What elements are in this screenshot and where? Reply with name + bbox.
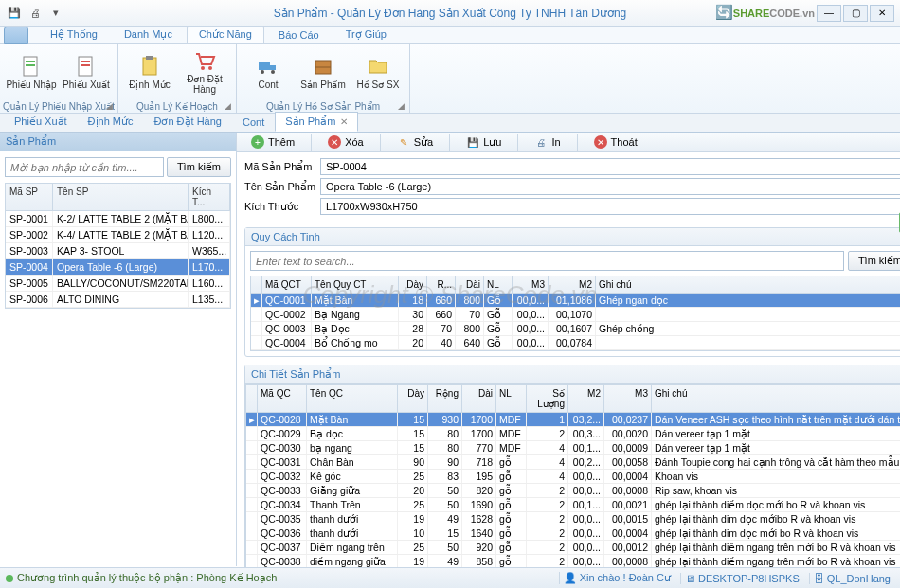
col-header[interactable]: Dày	[398, 385, 428, 412]
col-header[interactable]: Dài	[462, 385, 496, 412]
dialog-launcher-icon[interactable]: ◢	[398, 101, 407, 111]
col-header[interactable]: Số Lượng	[527, 385, 568, 412]
product-row[interactable]: SP-0006ALTO DININGL135...	[6, 292, 230, 308]
col-header[interactable]: Ghi chú	[596, 276, 900, 293]
chi-tiet-row[interactable]: QC-0029Bạ dọc15801700MDF200,3...00,0020D…	[246, 427, 900, 441]
doctab-Đơn Đặt Hàng[interactable]: Đơn Đặt Hàng	[144, 112, 232, 132]
col-header[interactable]: Mã QCT	[262, 276, 312, 293]
chi-tiet-row[interactable]: QC-0031Chân Bàn9090718gỗ400,2...00,0058Đ…	[246, 455, 900, 470]
quy-cach-search-button[interactable]: Tìm kiếm	[848, 251, 900, 271]
col-header[interactable]: M2	[568, 385, 604, 412]
quy-cach-row[interactable]: ▸QC-0001Mặt Bàn18660800Gỗ00,0...01,1086G…	[251, 294, 900, 308]
menutab-Danh Mục[interactable]: Danh Mục	[112, 26, 185, 43]
chi-tiet-row[interactable]: QC-0033Giằng giữa2050820gỗ200,0...00,000…	[246, 484, 900, 498]
window-controls: — ▢ ✕	[817, 5, 894, 22]
col-header[interactable]: Tên QC	[307, 385, 398, 412]
maximize-button[interactable]: ▢	[843, 5, 868, 22]
quy-cach-row[interactable]: QC-0002Bạ Ngang3066070Gỗ00,0...00,1070	[251, 308, 900, 322]
quy-cach-row[interactable]: QC-0003Bạ Dọc2870800Gỗ00,0...00,1607Ghép…	[251, 322, 900, 336]
col-header[interactable]: M3	[604, 385, 652, 412]
input-ten-sp[interactable]	[320, 178, 900, 195]
menutab-Hệ Thống[interactable]: Hệ Thống	[38, 26, 110, 43]
col-header[interactable]: Tên Quy CT	[312, 276, 399, 293]
menutab-Báo Cáo[interactable]: Báo Cáo	[266, 27, 332, 43]
detail-toolbar: +Thêm ✕Xóa ✎Sửa 💾Lưu 🖨In ✕Thoát	[237, 133, 900, 152]
col-header[interactable]: NL	[496, 385, 527, 412]
left-search-input[interactable]	[5, 157, 164, 177]
doctab-Sản Phẩm[interactable]: Sản Phẩm✕	[275, 112, 358, 132]
exit-button[interactable]: ✕Thoát	[585, 133, 646, 151]
dialog-launcher-icon[interactable]: ◢	[106, 101, 116, 111]
chi-tiet-grid[interactable]: Mã QCTên QCDàyRộngDàiNLSố LượngM2M3Ghi c…	[245, 384, 900, 588]
doctab-Cont[interactable]: Cont	[232, 113, 275, 132]
ribbon-btn-Phiếu Xuất[interactable]: Phiếu Xuất	[59, 45, 114, 98]
tab-close-icon[interactable]: ✕	[340, 116, 348, 127]
chi-tiet-row[interactable]: QC-0034Thanh Trên25501690gỗ200,1...00,00…	[246, 498, 900, 512]
document-tabs: Phiếu XuấtĐịnh MứcĐơn Đặt HàngContSản Ph…	[0, 114, 900, 133]
doctab-Phiếu Xuất[interactable]: Phiếu Xuất	[4, 112, 78, 132]
product-row[interactable]: SP-0003KAP 3- STOOLW365...	[6, 243, 230, 259]
ribbon-btn-Định Mức[interactable]: Định Mức	[122, 45, 177, 98]
qat-save-icon[interactable]: 💾	[6, 5, 23, 22]
menutab-Chức Năng[interactable]: Chức Năng	[187, 26, 264, 43]
status-db: QL_DonHang	[827, 573, 891, 584]
ribbon-btn-Đơn Đặt Hàng[interactable]: Đơn Đặt Hàng	[177, 45, 232, 98]
chi-tiet-sp-title: Chi Tiết Sản Phẩm	[245, 365, 900, 384]
product-row[interactable]: SP-0001K-2/ LATTE TABLE 2 (MẶT BÀN GỖ)L8…	[6, 211, 230, 227]
printer-icon: 🖨	[534, 135, 548, 149]
doctab-Định Mức[interactable]: Định Mức	[78, 112, 144, 132]
product-row[interactable]: SP-0005BALLY/COCONUT/SM220TABLE -6L160..…	[6, 276, 230, 292]
product-row[interactable]: SP-0004Opera Table -6 (Large)L170...	[6, 259, 230, 276]
ribbon-btn-Phiếu Nhập[interactable]: Phiếu Nhập	[4, 45, 59, 98]
dialog-launcher-icon[interactable]: ◢	[225, 101, 234, 111]
truck-icon	[257, 55, 279, 78]
input-ma-sp[interactable]	[320, 158, 900, 175]
print-button[interactable]: 🖨In	[526, 133, 568, 151]
col-header[interactable]: Rộng	[428, 385, 462, 412]
x-icon: ✕	[594, 135, 607, 149]
col-header[interactable]: M3	[513, 276, 549, 293]
chi-tiet-row[interactable]: QC-0032Kê góc2583195gỗ400,0...00,0004Kho…	[246, 470, 900, 484]
col-header[interactable]: Mã SP	[6, 184, 53, 210]
chi-tiet-row[interactable]: ▸QC-0028Mặt Bàn159301700MDF103,2...00,02…	[246, 413, 900, 427]
add-button[interactable]: +Thêm	[243, 133, 303, 151]
delete-button[interactable]: ✕Xóa	[319, 133, 372, 151]
folder-icon	[367, 55, 389, 78]
label-kich-thuoc: Kích Thước	[244, 201, 320, 213]
product-grid[interactable]: Mã SPTên SPKích T... SP-0001K-2/ LATTE T…	[5, 183, 231, 309]
col-header[interactable]: Tên SP	[53, 184, 189, 210]
col-header[interactable]: Ghi chú	[652, 385, 900, 412]
chi-tiet-row[interactable]: QC-0030bạ ngang1580770MDF400,1...00,0009…	[246, 441, 900, 455]
col-header[interactable]: Dài	[456, 276, 484, 293]
box-icon	[312, 55, 334, 78]
col-header[interactable]: NL	[484, 276, 513, 293]
quy-cach-grid[interactable]: Mã QCTTên Quy CTDàyR...DàiNLM3M2Ghi chú …	[250, 276, 900, 351]
input-kich-thuoc[interactable]	[320, 198, 900, 215]
left-search-button[interactable]: Tìm kiếm	[167, 157, 231, 177]
ribbon-btn-Cont[interactable]: Cont	[241, 45, 296, 98]
svg-rect-1	[26, 61, 35, 62]
col-header[interactable]: Mã QC	[258, 385, 307, 412]
chi-tiet-row[interactable]: QC-0035thanh dưới19491628gỗ200,0...00,00…	[246, 512, 900, 526]
quy-cach-row[interactable]: QC-0004Bổ Chống mo2040640Gỗ00,0...00,078…	[251, 336, 900, 350]
ribbon-btn-Sản Phẩm[interactable]: Sản Phẩm	[296, 45, 351, 98]
chi-tiet-row[interactable]: QC-0036thanh dưới10151640gỗ200,0...00,00…	[246, 526, 900, 541]
col-header[interactable]: Kích T...	[189, 184, 230, 210]
col-header[interactable]: M2	[549, 276, 596, 293]
product-row[interactable]: SP-0002K-4/ LATTE TABLE 2 (MẶT BÀN GỖ)L1…	[6, 227, 230, 243]
col-header[interactable]: Dày	[399, 276, 427, 293]
edit-button[interactable]: ✎Sửa	[388, 133, 441, 151]
app-menu-button[interactable]	[4, 27, 28, 44]
ribbon-btn-Hồ Sơ SX[interactable]: Hồ Sơ SX	[351, 45, 405, 98]
quy-cach-search-input[interactable]	[250, 251, 844, 271]
col-header[interactable]: R...	[427, 276, 456, 293]
close-button[interactable]: ✕	[870, 5, 894, 22]
window-title: Sản Phẩm - Quản Lý Đơn Hàng Sản Xuất Côn…	[274, 7, 627, 20]
quy-cach-tinh-title: Quy Cách Tinh	[245, 228, 900, 246]
menutab-Trợ Giúp[interactable]: Trợ Giúp	[333, 26, 399, 43]
save-button[interactable]: 💾Lưu	[458, 133, 510, 151]
qat-dropdown-icon[interactable]: ▾	[47, 5, 64, 22]
chi-tiet-row[interactable]: QC-0037Diềm ngang trên2550920gỗ200,0...0…	[246, 541, 900, 555]
qat-print-icon[interactable]: 🖨	[27, 5, 44, 22]
minimize-button[interactable]: —	[817, 5, 841, 22]
